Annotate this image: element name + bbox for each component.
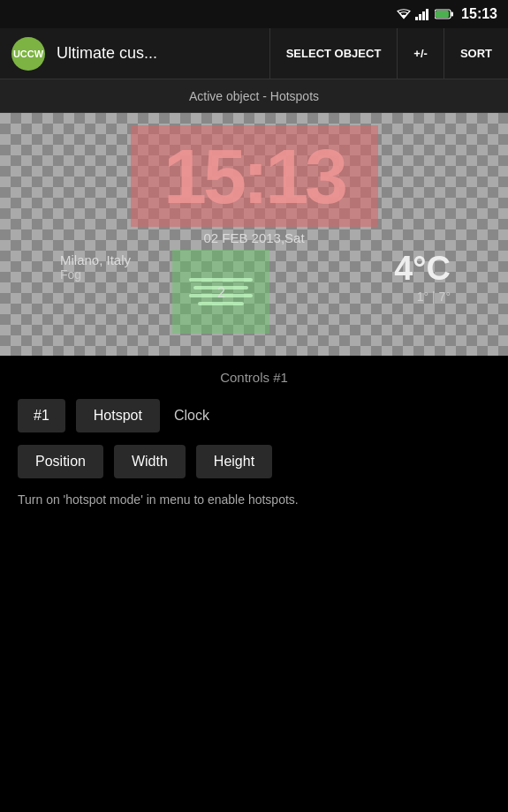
temperature-display: 4°C — [394, 250, 451, 288]
clock-display: 15:13 — [163, 138, 345, 215]
active-object-label: Active object - Hotspots — [189, 89, 319, 103]
app-logo: UCCW — [7, 33, 49, 75]
status-time: 15:13 — [461, 6, 497, 22]
app-bar: UCCW Ultimate cus... SELECT OBJECT +/- S… — [0, 28, 508, 79]
svg-rect-1 — [419, 14, 421, 20]
hotspot-number: 2 — [217, 285, 225, 301]
plus-minus-button[interactable]: +/- — [397, 28, 444, 79]
wifi-icon — [396, 8, 412, 20]
controls-title: Controls #1 — [18, 370, 490, 385]
hint-text: Turn on 'hotspot mode' in menu to enable… — [18, 491, 490, 509]
logo-text: UCCW — [13, 49, 43, 59]
weather-info: Milano, Italy Fog — [60, 252, 131, 282]
app-bar-actions: SELECT OBJECT +/- SORT — [269, 28, 508, 79]
svg-rect-0 — [415, 17, 418, 20]
clock-block: 15:13 — [131, 125, 378, 227]
select-object-button[interactable]: SELECT OBJECT — [269, 28, 398, 79]
position-button[interactable]: Position — [18, 445, 103, 478]
status-bar: 15:13 — [0, 0, 508, 28]
width-button[interactable]: Width — [114, 445, 186, 478]
svg-rect-6 — [436, 11, 449, 18]
status-icons — [396, 8, 454, 20]
date-display: 02 FEB 2013,Sat — [203, 230, 304, 245]
weather-location: Milano, Italy — [60, 252, 131, 267]
green-line-4 — [198, 302, 244, 305]
weather-condition: Fog — [60, 267, 131, 282]
green-line-1 — [189, 278, 253, 282]
preview-area: 15:13 02 FEB 2013,Sat Milano, Italy Fog … — [0, 113, 508, 356]
svg-rect-5 — [451, 12, 454, 17]
controls-row-2: Position Width Height — [18, 445, 490, 478]
signal-icon — [415, 8, 431, 20]
svg-rect-3 — [426, 9, 428, 20]
height-button[interactable]: Height — [196, 445, 272, 478]
svg-rect-2 — [422, 11, 425, 20]
sort-button[interactable]: SORT — [444, 28, 508, 79]
hotspot-button[interactable]: Hotspot — [76, 399, 160, 432]
hash-button[interactable]: #1 — [18, 399, 65, 432]
app-title: Ultimate cus... — [49, 44, 269, 63]
minmax-display: 1° | 7° — [417, 289, 451, 304]
battery-icon — [435, 9, 454, 19]
logo-circle: UCCW — [11, 37, 45, 71]
clock-button[interactable]: Clock — [171, 408, 213, 424]
controls-section: Controls #1 #1 Hotspot Clock Position Wi… — [0, 356, 508, 523]
active-object-bar: Active object - Hotspots — [0, 79, 508, 113]
controls-row-1: #1 Hotspot Clock — [18, 399, 490, 432]
